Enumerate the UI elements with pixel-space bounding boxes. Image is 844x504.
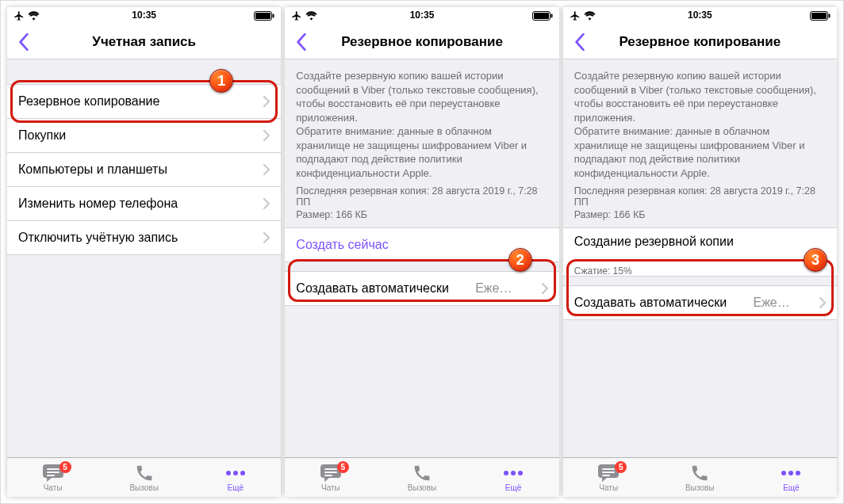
cell-label: Компьютеры и планшеты [18, 162, 167, 177]
tab-bar: 5 Чаты Вызовы Ещё [285, 457, 558, 497]
tab-label: Чаты [599, 483, 618, 492]
size-line: Размер: 166 КБ [563, 208, 837, 228]
tab-label: Ещё [783, 483, 799, 492]
auto-backup-value: Еже… [475, 281, 515, 296]
chevron-right-icon [263, 198, 270, 209]
cell-label: Покупки [18, 128, 66, 143]
battery-icon [532, 11, 553, 21]
tab-chats[interactable]: 5 Чаты [285, 458, 376, 497]
back-button[interactable] [568, 25, 592, 59]
page-title: Резервное копирование [341, 34, 503, 50]
chevron-right-icon [542, 283, 548, 294]
tab-label: Чаты [44, 483, 63, 492]
more-icon [225, 464, 246, 483]
auto-backup-label: Создавать автоматически [296, 281, 449, 296]
tab-label: Чаты [321, 483, 340, 492]
svg-rect-11 [551, 14, 552, 18]
backup-description: Создайте резервную копию вашей истории с… [285, 59, 558, 185]
badge-count: 5 [59, 461, 71, 473]
svg-rect-20 [828, 14, 830, 18]
screen-backup-settings: 10:35 Резервное копирование Создайте рез… [285, 7, 558, 497]
badge-count: 5 [615, 461, 627, 473]
chat-icon: 5 [320, 464, 341, 483]
cell-label: Отключить учётную запись [18, 231, 178, 245]
tab-chats[interactable]: 5 Чаты [563, 458, 654, 497]
auto-backup-label: Создавать автоматически [574, 296, 727, 310]
tab-chats[interactable]: 5 Чаты [7, 458, 98, 497]
svg-rect-23 [602, 475, 610, 476]
tab-bar: 5 Чаты Вызовы Ещё [7, 457, 281, 497]
backup-description: Создайте резервную копию вашей истории с… [563, 59, 837, 185]
tab-more[interactable]: Ещё [746, 458, 837, 497]
create-now-button[interactable]: Создать сейчас [285, 227, 558, 262]
backup-progress-cell: Создание резервной копии Сжатие: 15% [563, 227, 837, 277]
status-bar: 10:35 [285, 7, 558, 25]
phone-icon [136, 464, 153, 483]
progress-subtitle: Сжатие: 15% [574, 265, 826, 277]
svg-point-15 [504, 471, 508, 475]
svg-point-8 [240, 471, 245, 475]
tab-label: Ещё [228, 483, 244, 492]
wifi-icon [305, 11, 317, 21]
svg-rect-1 [255, 13, 270, 19]
page-title: Резервное копирование [619, 34, 781, 50]
status-bar: 10:35 [563, 7, 837, 25]
tab-label: Вызовы [685, 483, 714, 492]
tab-calls[interactable]: Вызовы [98, 458, 190, 497]
status-time: 10:35 [563, 10, 837, 21]
cell-purchases[interactable]: Покупки [7, 118, 281, 153]
progress-title: Создание резервной копии [574, 235, 826, 249]
cell-computers[interactable]: Компьютеры и планшеты [7, 152, 281, 187]
chat-icon: 5 [598, 464, 619, 483]
airplane-icon [13, 10, 25, 21]
cell-change-number[interactable]: Изменить номер телефона [7, 186, 281, 221]
tab-calls[interactable]: Вызовы [654, 458, 746, 497]
svg-point-7 [233, 471, 238, 475]
battery-icon [254, 11, 274, 21]
page-title: Учетная запись [92, 34, 196, 50]
status-time: 10:35 [7, 10, 281, 21]
cell-label: Изменить номер телефона [18, 197, 178, 211]
create-now-label: Создать сейчас [296, 238, 388, 252]
svg-rect-10 [534, 13, 549, 19]
tab-calls[interactable]: Вызовы [376, 458, 467, 497]
svg-point-24 [781, 471, 786, 475]
svg-rect-13 [324, 472, 337, 473]
screen-backup-progress: 10:35 Резервное копирование Создайте рез… [563, 7, 837, 497]
more-icon [503, 464, 524, 483]
nav-bar: Резервное копирование [285, 25, 558, 59]
badge-count: 5 [337, 461, 349, 473]
chat-icon: 5 [43, 464, 63, 483]
last-backup-line: Последняя резервная копия: 28 августа 20… [285, 185, 558, 208]
wifi-icon [28, 11, 40, 21]
tab-label: Вызовы [129, 483, 158, 492]
svg-rect-14 [324, 475, 332, 476]
cell-backup[interactable]: Резервное копирование [7, 84, 281, 119]
progress-bar-fill [574, 260, 612, 262]
last-backup-line: Последняя резервная копия: 28 августа 20… [563, 185, 837, 208]
size-line: Размер: 166 КБ [285, 208, 558, 228]
nav-bar: Учетная запись [7, 25, 281, 59]
tab-more[interactable]: Ещё [190, 458, 281, 497]
svg-rect-3 [47, 468, 59, 470]
cell-label: Резервное копирование [18, 94, 159, 109]
svg-rect-12 [324, 468, 337, 470]
auto-backup-cell[interactable]: Создавать автоматически Еже… [563, 285, 837, 320]
chevron-right-icon [263, 232, 270, 243]
svg-point-25 [788, 471, 793, 475]
svg-point-16 [511, 471, 516, 475]
svg-point-17 [518, 471, 523, 475]
tab-more[interactable]: Ещё [468, 458, 559, 497]
svg-rect-4 [47, 472, 59, 473]
airplane-icon [291, 10, 302, 21]
status-time: 10:35 [285, 10, 558, 21]
auto-backup-cell[interactable]: Создавать автоматически Еже… [285, 271, 558, 306]
chevron-right-icon [819, 297, 826, 308]
back-button[interactable] [290, 25, 313, 59]
cell-deactivate[interactable]: Отключить учётную запись [7, 220, 281, 255]
more-icon [781, 464, 801, 483]
svg-rect-22 [602, 472, 615, 473]
svg-point-26 [796, 471, 800, 475]
svg-rect-5 [47, 475, 55, 476]
back-button[interactable] [12, 25, 36, 59]
